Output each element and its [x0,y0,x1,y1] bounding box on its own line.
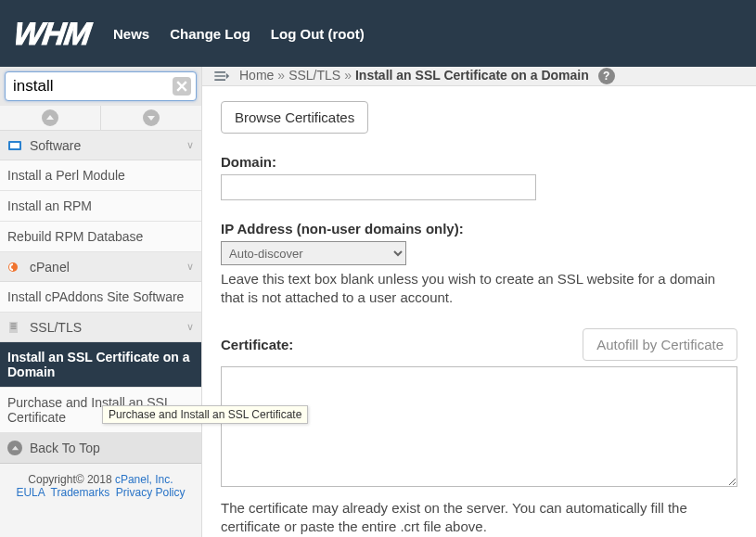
sidebar-item-rebuild-rpm[interactable]: Rebuild RPM Database [0,222,201,252]
software-icon [7,138,22,153]
trademarks-link[interactable]: Trademarks [51,486,110,499]
main-panel: Home»SSL/TLS»Install an SSL Certificate … [202,67,756,537]
tooltip: Purchase and Install an SSL Certificate [102,405,308,424]
search-clear-icon[interactable] [173,77,191,96]
domain-input[interactable] [221,174,536,200]
top-nav: News Change Log Log Out (root) [113,26,365,42]
nav-news[interactable]: News [113,26,149,42]
certificate-hint: The certificate may already exist on the… [221,499,737,537]
category-label: SSL/TLS [30,320,179,335]
expand-all-button[interactable] [101,106,201,130]
back-to-top[interactable]: Back To Top [0,433,201,464]
ip-hint: Leave this text box blank unless you wis… [221,270,737,308]
sidebar-item-cpaddons[interactable]: Install cPAddons Site Software [0,282,201,313]
copyright-text: Copyright© 2018 [28,473,115,486]
top-bar: WHM News Change Log Log Out (root) [0,0,756,67]
chevron-down-icon: ∨ [186,321,194,333]
nav-logout[interactable]: Log Out (root) [271,26,365,42]
category-ssl[interactable]: SSL/TLS ∨ [0,313,201,342]
ip-select[interactable]: Auto-discover [221,241,406,265]
chevron-down-icon: ∨ [186,139,194,151]
domain-label: Domain: [221,154,737,170]
certificate-textarea[interactable] [221,366,737,487]
svg-rect-5 [11,326,17,326]
certificate-label: Certificate: [221,337,293,352]
sidebar-item-install-rpm[interactable]: Install an RPM [0,191,201,222]
svg-rect-1 [10,143,19,148]
breadcrumb-current: Install an SSL Certificate on a Domain [355,68,589,83]
collapse-all-button[interactable] [0,106,101,130]
sidebar-item-install-perl[interactable]: Install a Perl Module [0,160,201,191]
autofill-button[interactable]: Autofill by Certificate [583,328,737,361]
breadcrumb: Home»SSL/TLS»Install an SSL Certificate … [239,68,615,84]
sidebar: Software ∨ Install a Perl Module Install… [0,67,202,537]
cpanel-link[interactable]: cPanel, Inc. [115,473,173,486]
chevron-down-icon: ∨ [186,261,194,273]
svg-rect-4 [11,323,17,324]
ssl-icon [7,320,22,335]
ip-label: IP Address (non-user domains only): [221,221,737,237]
whm-logo: WHM [11,16,92,52]
breadcrumb-ssl[interactable]: SSL/TLS [288,68,340,83]
cpanel-icon [7,260,22,275]
eula-link[interactable]: EULA [16,486,45,499]
breadcrumb-home[interactable]: Home [239,68,274,83]
category-cpanel[interactable]: cPanel ∨ [0,252,201,282]
category-label: Software [30,138,179,153]
sidebar-footer: Copyright© 2018 cPanel, Inc. EULA Tradem… [0,464,201,508]
sidebar-toggle-icon[interactable] [211,67,230,85]
search-input[interactable] [5,71,197,101]
category-label: cPanel [30,260,179,275]
browse-certificates-button[interactable]: Browse Certificates [221,101,368,134]
svg-rect-6 [11,327,17,328]
breadcrumb-bar: Home»SSL/TLS»Install an SSL Certificate … [202,67,756,86]
nav-changelog[interactable]: Change Log [170,26,250,42]
sidebar-item-install-ssl[interactable]: Install an SSL Certificate on a Domain [0,342,201,388]
back-to-top-label: Back To Top [30,441,100,455]
privacy-link[interactable]: Privacy Policy [116,486,186,499]
category-software[interactable]: Software ∨ [0,131,201,160]
arrow-up-icon [7,441,22,455]
help-icon[interactable]: ? [598,68,615,84]
